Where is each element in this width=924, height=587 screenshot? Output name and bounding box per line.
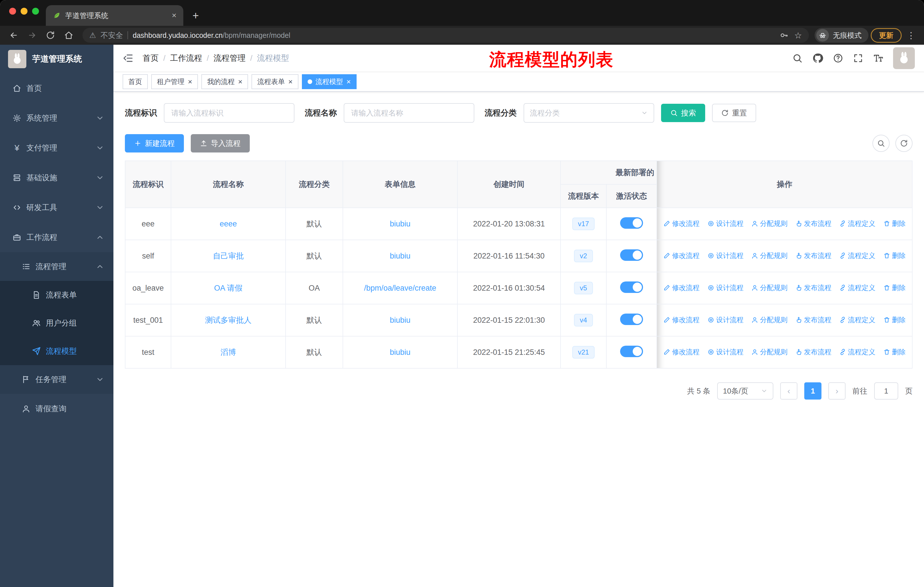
font-size-icon[interactable] bbox=[873, 53, 883, 63]
breadcrumb-item[interactable]: 工作流程 bbox=[170, 53, 202, 64]
op-design-link[interactable]: 设计流程 bbox=[708, 347, 744, 357]
password-key-icon[interactable] bbox=[778, 28, 790, 43]
update-browser-button[interactable]: 更新 bbox=[871, 28, 902, 43]
op-definition-link[interactable]: 流程定义 bbox=[839, 251, 875, 260]
op-design-link[interactable]: 设计流程 bbox=[708, 283, 744, 293]
reload-button[interactable] bbox=[42, 28, 58, 43]
version-badge[interactable]: v4 bbox=[574, 314, 592, 326]
sidebar-item-process-mgmt[interactable]: 流程管理 bbox=[0, 252, 114, 281]
browser-tab[interactable]: 芋道管理系统 × bbox=[46, 5, 183, 26]
reset-button[interactable]: 重置 bbox=[712, 104, 756, 122]
back-button[interactable] bbox=[6, 28, 22, 43]
op-publish-link[interactable]: 发布流程 bbox=[795, 251, 832, 260]
form-link[interactable]: biubiu bbox=[390, 220, 411, 228]
browser-home-button[interactable] bbox=[61, 28, 77, 43]
process-name-input[interactable] bbox=[344, 103, 474, 123]
bookmark-star-icon[interactable]: ☆ bbox=[794, 30, 802, 40]
tag-process-form[interactable]: 流程表单× bbox=[251, 74, 298, 89]
form-link[interactable]: biubiu bbox=[390, 251, 411, 260]
minimize-window-button[interactable] bbox=[21, 8, 28, 15]
op-delete-link[interactable]: 删除 bbox=[883, 219, 906, 228]
sidebar-item-user-group[interactable]: 用户分组 bbox=[0, 309, 114, 337]
breadcrumb-item[interactable]: 流程管理 bbox=[214, 53, 246, 64]
model-name-link[interactable]: 滔博 bbox=[221, 348, 236, 357]
tag-tenant[interactable]: 租户管理× bbox=[151, 74, 198, 89]
version-badge[interactable]: v21 bbox=[572, 346, 595, 359]
sidebar-item-leave-query[interactable]: 请假查询 bbox=[0, 394, 114, 423]
op-assign-link[interactable]: 分配规则 bbox=[751, 315, 787, 324]
sidebar-item-system[interactable]: 系统管理 bbox=[0, 103, 114, 133]
status-toggle[interactable] bbox=[620, 314, 643, 325]
sidebar-item-home[interactable]: 首页 bbox=[0, 73, 114, 103]
show-search-button[interactable] bbox=[873, 135, 889, 152]
op-modify-link[interactable]: 修改流程 bbox=[663, 251, 700, 260]
goto-page-input[interactable] bbox=[874, 382, 898, 400]
zoom-window-button[interactable] bbox=[32, 8, 39, 15]
sidebar-item-payment[interactable]: ¥ 支付管理 bbox=[0, 133, 114, 163]
model-name-link[interactable]: 测试多审批人 bbox=[205, 316, 251, 324]
op-design-link[interactable]: 设计流程 bbox=[708, 315, 744, 324]
op-definition-link[interactable]: 流程定义 bbox=[839, 315, 875, 324]
status-toggle[interactable] bbox=[620, 217, 643, 229]
op-design-link[interactable]: 设计流程 bbox=[708, 251, 744, 260]
sidebar-item-workflow[interactable]: 工作流程 bbox=[0, 222, 114, 252]
process-id-input[interactable] bbox=[164, 103, 294, 123]
user-avatar[interactable] bbox=[893, 47, 915, 69]
close-window-button[interactable] bbox=[9, 8, 16, 15]
security-label[interactable]: 不安全 bbox=[101, 30, 123, 40]
sidebar-item-task-mgmt[interactable]: 任务管理 bbox=[0, 365, 114, 394]
model-name-link[interactable]: eeee bbox=[220, 220, 237, 228]
status-toggle[interactable] bbox=[620, 346, 643, 357]
sidebar-item-process-form[interactable]: 流程表单 bbox=[0, 281, 114, 309]
forward-button[interactable] bbox=[24, 28, 40, 43]
new-tab-button[interactable]: + bbox=[183, 5, 208, 26]
op-definition-link[interactable]: 流程定义 bbox=[839, 283, 875, 293]
refresh-table-button[interactable] bbox=[895, 135, 912, 152]
op-modify-link[interactable]: 修改流程 bbox=[663, 219, 700, 228]
category-select[interactable]: 流程分类 bbox=[523, 103, 654, 123]
tag-home[interactable]: 首页 bbox=[122, 74, 148, 89]
op-assign-link[interactable]: 分配规则 bbox=[751, 251, 787, 260]
form-link[interactable]: biubiu bbox=[390, 316, 411, 324]
op-modify-link[interactable]: 修改流程 bbox=[663, 283, 700, 293]
op-definition-link[interactable]: 流程定义 bbox=[839, 219, 875, 228]
sidebar-item-process-model[interactable]: 流程模型 bbox=[0, 337, 114, 365]
model-name-link[interactable]: OA 请假 bbox=[214, 284, 242, 293]
close-icon[interactable]: × bbox=[288, 78, 292, 85]
search-button[interactable]: 搜索 bbox=[661, 104, 705, 122]
op-definition-link[interactable]: 流程定义 bbox=[839, 347, 875, 357]
prev-page-button[interactable]: ‹ bbox=[780, 382, 797, 400]
op-modify-link[interactable]: 修改流程 bbox=[663, 347, 700, 357]
op-assign-link[interactable]: 分配规则 bbox=[751, 283, 787, 293]
breadcrumb-item[interactable]: 首页 bbox=[143, 53, 159, 64]
url-bar[interactable]: ⚠ 不安全 dashboard.yudao.iocoder.cn/bpm/man… bbox=[82, 28, 809, 43]
next-page-button[interactable]: › bbox=[828, 382, 845, 400]
tag-process-model[interactable]: 流程模型× bbox=[302, 74, 356, 89]
form-link[interactable]: /bpm/oa/leave/create bbox=[364, 284, 436, 293]
version-badge[interactable]: v17 bbox=[572, 218, 595, 230]
page-size-select[interactable]: 10条/页 bbox=[717, 382, 773, 400]
status-toggle[interactable] bbox=[620, 281, 643, 293]
import-process-button[interactable]: 导入流程 bbox=[191, 134, 250, 152]
tag-my-process[interactable]: 我的流程× bbox=[201, 74, 248, 89]
tab-close-icon[interactable]: × bbox=[172, 11, 177, 20]
op-publish-link[interactable]: 发布流程 bbox=[795, 219, 832, 228]
sidebar-item-devtools[interactable]: 研发工具 bbox=[0, 193, 114, 222]
help-icon[interactable] bbox=[833, 53, 843, 63]
op-assign-link[interactable]: 分配规则 bbox=[751, 347, 787, 357]
search-icon[interactable] bbox=[792, 53, 803, 63]
page-number-current[interactable]: 1 bbox=[804, 382, 822, 400]
op-delete-link[interactable]: 删除 bbox=[883, 347, 906, 357]
op-publish-link[interactable]: 发布流程 bbox=[795, 283, 832, 293]
op-modify-link[interactable]: 修改流程 bbox=[663, 315, 700, 324]
create-process-button[interactable]: 新建流程 bbox=[125, 134, 184, 152]
op-assign-link[interactable]: 分配规则 bbox=[751, 219, 787, 228]
sidebar-collapse-button[interactable] bbox=[122, 53, 134, 64]
status-toggle[interactable] bbox=[620, 250, 643, 261]
op-delete-link[interactable]: 删除 bbox=[883, 315, 906, 324]
version-badge[interactable]: v5 bbox=[574, 282, 592, 294]
close-icon[interactable]: × bbox=[238, 78, 242, 85]
browser-menu-icon[interactable]: ⋮ bbox=[904, 30, 918, 40]
op-design-link[interactable]: 设计流程 bbox=[708, 219, 744, 228]
fullscreen-icon[interactable] bbox=[853, 53, 863, 63]
